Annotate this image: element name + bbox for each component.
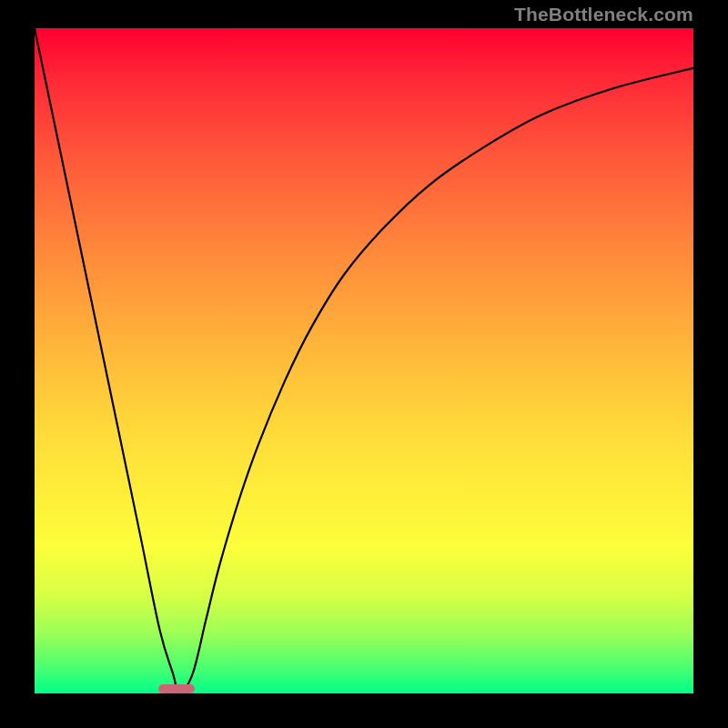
plot-area (35, 28, 693, 693)
watermark-text: TheBottleneck.com (514, 4, 693, 25)
curve-path (35, 28, 693, 693)
optimal-marker (158, 684, 195, 693)
chart-frame: TheBottleneck.com (0, 0, 728, 728)
bottleneck-curve (35, 28, 693, 693)
